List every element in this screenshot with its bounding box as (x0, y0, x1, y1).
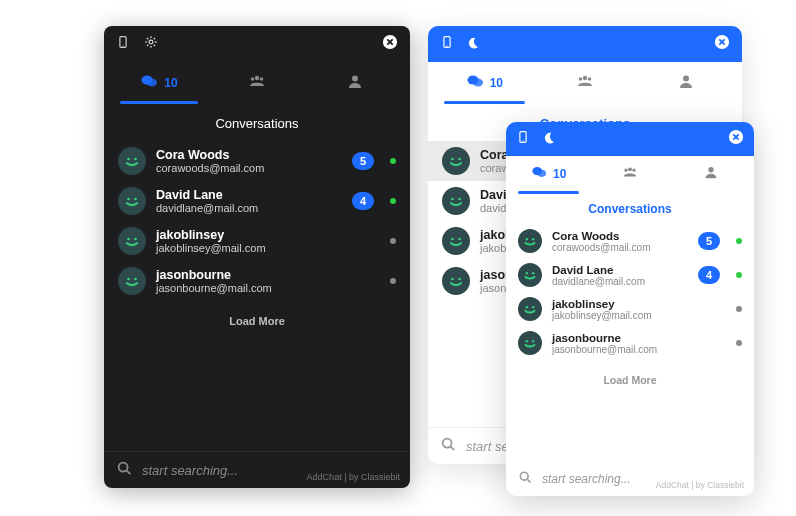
section-title: Conversations (506, 202, 754, 216)
moon-icon[interactable] (542, 130, 556, 148)
tab-conversations[interactable]: 10 (508, 158, 589, 190)
conversation-list: Cora Woods corawoods@mail.com 5 David La… (104, 141, 410, 451)
avatar (518, 263, 542, 287)
tab-bar: 10 (428, 62, 742, 100)
list-item[interactable]: David Lane davidlane@mail.com 4 (104, 181, 410, 221)
tab-bar: 10 (506, 156, 754, 190)
contact-email: jakoblinsey@mail.com (552, 310, 652, 321)
search-icon (440, 436, 456, 456)
unread-badge: 5 (698, 232, 720, 250)
avatar (118, 267, 146, 295)
chats-icon (140, 72, 158, 94)
tab-account[interactable] (306, 66, 404, 100)
tab-account[interactable] (671, 158, 752, 190)
status-dot-idle (390, 238, 396, 244)
status-dot-online (736, 238, 742, 244)
chats-icon (531, 164, 547, 184)
contact-email: davidlane@mail.com (552, 276, 645, 287)
contact-name: jakoblinsey (552, 298, 652, 310)
gear-icon[interactable] (144, 35, 158, 53)
avatar (118, 187, 146, 215)
tab-bar: 10 (104, 62, 410, 100)
group-icon (576, 72, 594, 94)
close-icon[interactable] (714, 34, 730, 54)
search-input[interactable]: start searching... (542, 472, 631, 486)
section-title: Conversations (104, 116, 410, 131)
tab-groups[interactable] (589, 158, 670, 190)
contact-name: jakoblinsey (156, 228, 266, 242)
phone-icon[interactable] (116, 35, 130, 53)
avatar (442, 147, 470, 175)
avatar (442, 187, 470, 215)
contact-email: davidlane@mail.com (156, 202, 258, 214)
tab-groups[interactable] (535, 66, 636, 100)
search-input[interactable]: start searching... (142, 463, 238, 478)
contact-email: corawoods@mail.com (552, 242, 651, 253)
contact-name: Cora Woods (552, 230, 651, 242)
unread-badge: 5 (352, 152, 374, 170)
contact-name: Cora Woods (156, 148, 264, 162)
avatar (518, 229, 542, 253)
search-bar[interactable]: start searching... (506, 461, 754, 496)
avatar (442, 227, 470, 255)
user-icon (703, 164, 719, 184)
contact-email: jasonbourne@mail.com (156, 282, 272, 294)
status-dot-online (736, 272, 742, 278)
list-item[interactable]: jakoblinsey jakoblinsey@mail.com (506, 292, 754, 326)
unread-total-badge: 10 (490, 76, 503, 90)
contact-email: jakoblinsey@mail.com (156, 242, 266, 254)
contact-name: David Lane (156, 188, 258, 202)
unread-badge: 4 (698, 266, 720, 284)
chat-panel-dark: 10 Conversations Cora Woods corawoods@ma… (104, 26, 410, 488)
unread-total-badge: 10 (164, 76, 177, 90)
group-icon (622, 164, 638, 184)
close-icon[interactable] (728, 129, 744, 149)
list-item[interactable]: jasonbourne jasonbourne@mail.com (104, 261, 410, 301)
window-toolbar (428, 26, 742, 62)
active-tab-underline (518, 191, 579, 194)
list-item[interactable]: Cora Woods corawoods@mail.com 5 (506, 224, 754, 258)
status-dot-idle (736, 306, 742, 312)
search-bar[interactable]: start searching... (104, 451, 410, 488)
contact-email: corawoods@mail.com (156, 162, 264, 174)
load-more-button[interactable]: Load More (506, 360, 754, 400)
status-dot-idle (736, 340, 742, 346)
tab-conversations[interactable]: 10 (434, 66, 535, 100)
avatar (118, 147, 146, 175)
window-toolbar (104, 26, 410, 62)
user-icon (677, 72, 695, 94)
list-item[interactable]: jakoblinsey jakoblinsey@mail.com (104, 221, 410, 261)
search-icon (116, 460, 132, 480)
user-icon (346, 72, 364, 94)
status-dot-online (390, 198, 396, 204)
list-item[interactable]: Cora Woods corawoods@mail.com 5 (104, 141, 410, 181)
avatar (518, 331, 542, 355)
footer-credit: AddChat | by Classiebit (307, 472, 400, 482)
moon-icon[interactable] (466, 35, 480, 53)
avatar (518, 297, 542, 321)
footer-credit: AddChat | by Classiebit (656, 480, 744, 490)
group-icon (248, 72, 266, 94)
search-icon (518, 470, 532, 488)
contact-name: David Lane (552, 264, 645, 276)
tab-groups[interactable] (208, 66, 306, 100)
avatar (118, 227, 146, 255)
unread-badge: 4 (352, 192, 374, 210)
status-dot-online (390, 158, 396, 164)
active-tab-underline (444, 101, 525, 104)
phone-icon[interactable] (516, 130, 530, 148)
chats-icon (466, 72, 484, 94)
contact-name: jasonbourne (552, 332, 657, 344)
tab-account[interactable] (635, 66, 736, 100)
close-icon[interactable] (382, 34, 398, 54)
tab-conversations[interactable]: 10 (110, 66, 208, 100)
phone-icon[interactable] (440, 35, 454, 53)
list-item[interactable]: jasonbourne jasonbourne@mail.com (506, 326, 754, 360)
contact-name: jasonbourne (156, 268, 272, 282)
list-item[interactable]: David Lane davidlane@mail.com 4 (506, 258, 754, 292)
chat-panel-mini: 10 Conversations Cora Woods corawoods@ma… (506, 122, 754, 496)
avatar (442, 267, 470, 295)
status-dot-idle (390, 278, 396, 284)
load-more-button[interactable]: Load More (104, 301, 410, 341)
active-tab-underline (120, 101, 198, 104)
